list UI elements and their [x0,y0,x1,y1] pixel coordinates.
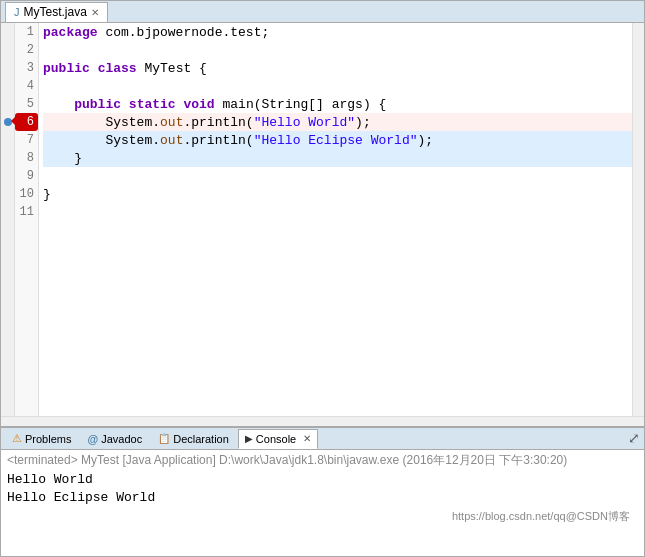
sp5b [176,97,184,112]
mg-10 [1,185,14,203]
console-output-line-1: Hello World [7,471,638,489]
problems-icon: ⚠ [12,432,22,445]
tab-javadoc-label: Javadoc [101,433,142,445]
code-line-8: } [43,149,632,167]
line-numbers: 1 2 3 4 5 6 7 8 9 10 11 [15,23,39,416]
code-line-7: System. out .println( "Hello Eclipse Wor… [43,131,632,149]
console-terminated-line: <terminated> MyTest [Java Application] D… [7,452,638,469]
tab-console-label: Console [256,433,296,445]
console-output-area: <terminated> MyTest [Java Application] D… [1,450,644,556]
code-line-4 [43,77,632,95]
lnum-10: 10 [15,185,38,203]
kw-public-5: public [74,97,121,112]
code-line-5: public static void main(String[] args) { [43,95,632,113]
main-window: J MyTest.java ✕ 1 2 3 4 5 6 [0,0,645,557]
sp3a [90,61,98,76]
mg-8 [1,149,14,167]
semi-6: ); [355,115,371,130]
maximize-panel-button[interactable]: ⤢ [628,430,640,447]
sp5a [121,97,129,112]
tab-declaration[interactable]: 📋 Declaration [151,429,236,449]
kw-public-3: public [43,61,90,76]
java-file-icon: J [14,6,20,18]
str-6: "Hello World" [254,115,355,130]
kw-static: static [129,97,176,112]
watermark: https://blog.csdn.net/qq@CSDN博客 [7,509,638,524]
editor-area: 1 2 3 4 5 6 7 8 9 10 11 package com.bjpo… [1,23,644,416]
mg-7 [1,131,14,149]
tab-console[interactable]: ▶ Console ✕ [238,429,318,449]
code-line-11 [43,203,632,221]
tab-javadoc[interactable]: @ Javadoc [80,429,149,449]
code-line-10: } [43,185,632,203]
mg-4 [1,77,14,95]
declaration-icon: 📋 [158,433,170,444]
lnum-6: 6 [15,113,38,131]
editor-tab-mytestjava[interactable]: J MyTest.java ✕ [5,2,108,22]
lnum-2: 2 [15,41,38,59]
closing-brace-8: } [43,151,82,166]
lnum-9: 9 [15,167,38,185]
lnum-11: 11 [15,203,38,221]
println-7: .println( [183,133,253,148]
editor-tab-label: MyTest.java [24,5,87,19]
mg-5 [1,95,14,113]
out-7: out [160,133,183,148]
code-line-3: public class MyTest { [43,59,632,77]
kw-package: package [43,25,98,40]
mg-2 [1,41,14,59]
indent-7: System. [43,133,160,148]
code-line-9 [43,167,632,185]
marker-gutter [1,23,15,416]
main-sig: main(String[] args) { [215,97,387,112]
indent-5 [43,97,74,112]
classname: MyTest { [137,61,207,76]
editor-scrollbar-right[interactable] [632,23,644,416]
tab-console-close[interactable]: ✕ [303,433,311,444]
pkg-name: com.bjpowernode.test; [98,25,270,40]
editor-tab-bar: J MyTest.java ✕ [1,1,644,23]
tab-problems[interactable]: ⚠ Problems [5,429,78,449]
out-6: out [160,115,183,130]
lnum-8: 8 [15,149,38,167]
lnum-4: 4 [15,77,38,95]
code-line-1: package com.bjpowernode.test; [43,23,632,41]
console-icon: ▶ [245,433,253,444]
println-6: .println( [183,115,253,130]
closing-brace-10: } [43,187,51,202]
editor-tab-close[interactable]: ✕ [91,7,99,18]
mg-9 [1,167,14,185]
lnum-5: 5 [15,95,38,113]
code-editor[interactable]: package com.bjpowernode.test; public cla… [39,23,632,416]
editor-scrollbar-bottom[interactable] [1,416,644,426]
lnum-3: 3 [15,59,38,77]
mg-1 [1,23,14,41]
bottom-panel: ⚠ Problems @ Javadoc 📋 Declaration ▶ Con… [1,426,644,556]
lnum-1: 1 [15,23,38,41]
indent-6: System. [43,115,160,130]
tab-problems-label: Problems [25,433,71,445]
semi-7: ); [417,133,433,148]
tab-declaration-label: Declaration [173,433,229,445]
code-line-6: System. out .println( "Hello World" ); [43,113,632,131]
bottom-tab-bar: ⚠ Problems @ Javadoc 📋 Declaration ▶ Con… [1,428,644,450]
console-output-line-2: Hello Eclipse World [7,489,638,507]
javadoc-icon: @ [87,433,98,445]
kw-void: void [183,97,214,112]
code-line-2 [43,41,632,59]
mg-3 [1,59,14,77]
mg-11 [1,203,14,221]
str-7: "Hello Eclipse World" [254,133,418,148]
kw-class: class [98,61,137,76]
lnum-7: 7 [15,131,38,149]
